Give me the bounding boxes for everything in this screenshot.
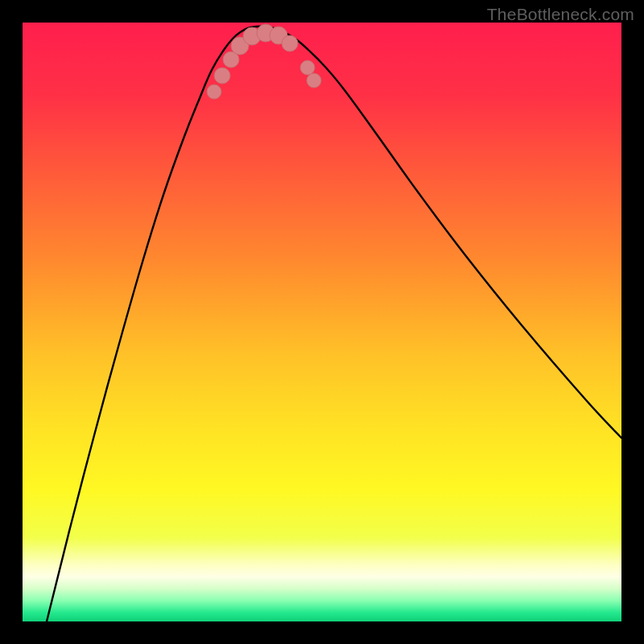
curve-marker (207, 85, 221, 99)
curve-marker (307, 73, 321, 88)
plot-area (23, 23, 621, 621)
curve-marker (300, 60, 315, 75)
watermark-text: TheBottleneck.com (487, 5, 634, 24)
chart-svg (23, 23, 621, 621)
curve-marker (214, 68, 230, 84)
curve-marker (282, 35, 298, 52)
outer-frame: TheBottleneck.com (0, 0, 644, 644)
bottleneck-curve (47, 27, 621, 621)
curve-markers (207, 24, 321, 99)
